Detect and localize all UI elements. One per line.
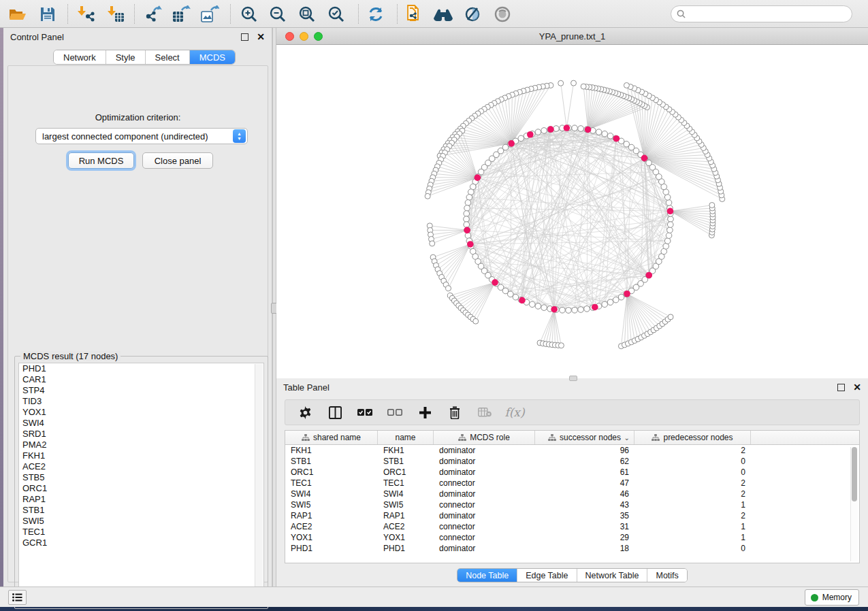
mcds-result-item[interactable]: SWI5 — [19, 516, 263, 527]
float-table-panel-icon[interactable] — [837, 384, 845, 391]
network-view[interactable] — [276, 45, 868, 378]
close-table-panel-icon[interactable]: ✕ — [853, 384, 861, 391]
mcds-result-item[interactable]: PMA2 — [19, 440, 263, 450]
open-session-icon[interactable] — [8, 5, 27, 24]
export-image-icon[interactable] — [200, 5, 219, 24]
mcds-result-item[interactable]: SRD1 — [19, 429, 263, 440]
tab-select[interactable]: Select — [146, 50, 190, 64]
deselect-all-rows-icon[interactable] — [387, 405, 402, 420]
zoom-fit-icon[interactable] — [298, 5, 317, 24]
window-zoom-icon[interactable] — [314, 32, 323, 41]
tab-mcds[interactable]: MCDS — [190, 50, 235, 64]
window-close-icon[interactable] — [285, 32, 294, 41]
mcds-result-item[interactable]: CAR1 — [19, 374, 263, 385]
table-row[interactable]: STB1STB1dominator620 — [285, 456, 859, 467]
table-row[interactable]: FKH1FKH1dominator962 — [285, 445, 859, 456]
search-network-icon[interactable] — [432, 5, 455, 24]
cell-shared-name: RAP1 — [285, 510, 378, 521]
mcds-result-item[interactable]: TEC1 — [19, 527, 263, 538]
toolbar-separator — [67, 4, 68, 24]
column-header-successor-nodes[interactable]: successor nodes⌄ — [535, 431, 634, 444]
search-box[interactable] — [671, 5, 852, 22]
zoom-in-icon[interactable] — [240, 5, 259, 24]
mcds-result-list[interactable]: PHD1CAR1STP4TID3YOX1SWI4SRD1PMA2FKH1ACE2… — [18, 363, 264, 605]
list-icon — [12, 593, 22, 601]
table-row[interactable]: ORC1ORC1dominator610 — [285, 467, 859, 478]
refresh-layout-icon[interactable] — [366, 5, 385, 24]
table-row[interactable]: TEC1TEC1connector472 — [285, 478, 859, 489]
show-graphics-details-icon[interactable] — [493, 5, 512, 24]
create-column-plus-icon[interactable] — [417, 405, 432, 420]
mcds-result-item[interactable]: GCR1 — [19, 538, 263, 548]
optimization-criterion-select[interactable]: largest connected component (undirected)… — [35, 128, 248, 144]
mcds-list-scrollbar[interactable] — [255, 364, 263, 605]
mcds-result-item[interactable]: STP4 — [19, 385, 263, 396]
cell-predecessor-nodes: 0 — [634, 467, 751, 478]
window-minimize-icon[interactable] — [300, 32, 308, 41]
cell-name: SWI4 — [378, 489, 434, 499]
cell-predecessor-nodes: 0 — [634, 456, 751, 467]
table-row[interactable]: SWI5SWI5connector431 — [285, 499, 859, 510]
tab-node-table[interactable]: Node Table — [457, 569, 517, 582]
table-row[interactable]: RAP1RAP1dominator352 — [285, 510, 859, 521]
table-row[interactable]: ACE2ACE2connector311 — [285, 521, 859, 532]
tab-style[interactable]: Style — [106, 50, 146, 64]
table-settings-gear-icon[interactable] — [298, 405, 312, 420]
delete-column-trash-icon[interactable] — [447, 405, 462, 420]
mcds-result-item[interactable]: STB1 — [19, 505, 263, 516]
close-panel-button[interactable]: Close panel — [142, 152, 213, 169]
node-table[interactable]: shared namenameMCDS rolesuccessor nodes⌄… — [285, 430, 860, 563]
table-scrollbar-thumb[interactable] — [852, 447, 857, 501]
column-header-name[interactable]: name — [378, 431, 434, 444]
horizontal-splitter-handle[interactable] — [569, 376, 577, 381]
save-session-icon[interactable] — [38, 5, 57, 24]
network-window-titlebar[interactable]: YPA_prune.txt_1 — [276, 28, 868, 45]
tab-network[interactable]: Network — [54, 50, 106, 64]
cell-successor-nodes: 29 — [535, 532, 634, 543]
column-header-MCDS-role[interactable]: MCDS role — [434, 431, 535, 444]
table-row[interactable]: PHD1PHD1dominator180 — [285, 543, 859, 554]
table-row[interactable]: SWI4SWI4dominator462 — [285, 489, 859, 499]
task-history-button[interactable] — [8, 590, 27, 605]
tab-edge-table[interactable]: Edge Table — [517, 569, 577, 582]
cell-shared-name: FKH1 — [285, 445, 378, 456]
memory-button[interactable]: Memory — [805, 589, 859, 606]
network-from-selection-icon[interactable] — [404, 5, 423, 24]
import-network-icon[interactable] — [76, 5, 95, 24]
run-mcds-button[interactable]: Run MCDS — [68, 152, 134, 169]
column-header-predecessor-nodes[interactable]: predecessor nodes — [634, 431, 751, 444]
import-table-icon[interactable] — [106, 5, 125, 24]
cell-successor-nodes: 46 — [535, 489, 634, 499]
mcds-result-item[interactable]: STB5 — [19, 472, 263, 483]
mcds-result-item[interactable]: PHD1 — [19, 363, 263, 374]
tab-motifs[interactable]: Motifs — [647, 569, 686, 582]
mcds-result-item[interactable]: ORC1 — [19, 483, 263, 494]
toggle-column-pane-icon[interactable] — [327, 405, 342, 420]
mcds-result-item[interactable]: FKH1 — [19, 450, 263, 461]
mcds-result-item[interactable]: TID3 — [19, 396, 263, 407]
hide-graphics-details-icon[interactable] — [463, 5, 482, 24]
close-panel-icon[interactable]: ✕ — [257, 33, 265, 41]
table-scrollbar[interactable] — [850, 447, 858, 561]
cell-MCDS-role: connector — [434, 532, 535, 543]
search-input[interactable] — [689, 10, 852, 19]
zoom-out-icon[interactable] — [268, 5, 287, 24]
export-network-icon[interactable] — [144, 5, 163, 24]
cell-predecessor-nodes: 1 — [634, 499, 751, 510]
table-row[interactable]: YOX1YOX1connector291 — [285, 532, 859, 543]
cell-name: YOX1 — [378, 532, 434, 543]
cell-MCDS-role: dominator — [434, 445, 535, 456]
control-panel: Control Panel ✕ NetworkStyleSelectMCDS O… — [3, 28, 272, 587]
cell-MCDS-role: dominator — [434, 489, 535, 499]
tab-network-table[interactable]: Network Table — [577, 569, 648, 582]
column-header-shared-name[interactable]: shared name — [285, 431, 378, 444]
float-panel-icon[interactable] — [241, 33, 248, 41]
export-table-icon[interactable] — [172, 5, 191, 24]
zoom-selected-icon[interactable] — [327, 5, 346, 24]
mcds-result-item[interactable]: YOX1 — [19, 407, 263, 418]
cell-name: RAP1 — [378, 510, 434, 521]
mcds-result-item[interactable]: SWI4 — [19, 418, 263, 429]
select-all-rows-icon[interactable] — [357, 405, 372, 420]
mcds-result-item[interactable]: ACE2 — [19, 461, 263, 472]
mcds-result-item[interactable]: RAP1 — [19, 494, 263, 505]
